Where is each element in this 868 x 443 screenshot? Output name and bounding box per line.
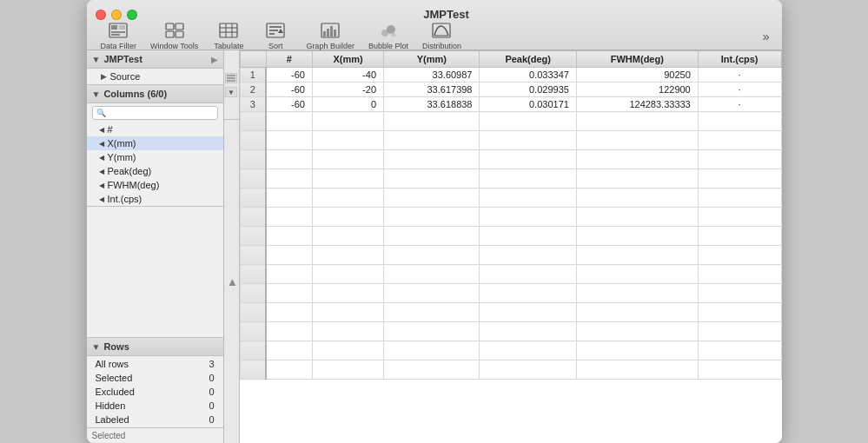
cell-3-y: 33.618838 [384,97,480,112]
rows-excluded: Excluded 0 [89,386,222,398]
cell-1-fwhm: 90250 [576,68,698,83]
col-header-y[interactable]: Y(mm) [384,51,480,68]
main-layout: ▼ JMPTest ▶ ▶ Source ▼ Columns (6/0) 🔍 [87,50,782,443]
column-item-hash[interactable]: ◀ # [87,122,223,136]
row-num-2: 2 [240,83,266,97]
col-triangle-icon: ◀ [99,140,104,148]
col-header-peak[interactable]: Peak(deg) [480,51,576,68]
cell-2-peak: 0.029935 [480,83,576,97]
table-row-empty [240,360,781,380]
table-row-empty [240,112,781,131]
table-row-empty [240,169,781,188]
columns-section-header[interactable]: ▼ Columns (6/0) [87,85,223,103]
close-button[interactable] [96,10,106,20]
cell-2-fwhm: 122900 [576,83,698,97]
table-row-empty [240,246,781,265]
rows-all-rows: All rows 3 [89,358,222,370]
sort-label: Sort [268,42,283,50]
toolbar-graph-builder[interactable]: Graph Builder [301,21,360,52]
col-name-peak: Peak(deg) [108,166,152,176]
toolbar-bubble-plot[interactable]: Bubble Plot [363,21,414,52]
col-header-fwhm[interactable]: FWHM(deg) [576,51,698,68]
cell-1-int: · [698,68,781,83]
table-row-empty [240,227,781,246]
corner-cell [240,51,266,68]
row-num-1: 1 [240,68,266,83]
table-row-empty [240,284,781,303]
column-item-fwhm[interactable]: ◀ FWHM(deg) [87,178,223,192]
col-header-hash[interactable]: # [266,51,312,68]
table-row-empty [240,265,781,284]
filter-cols-icon: ▼ [225,87,237,97]
window-title: JMPTest [146,8,747,21]
jmptest-chevron-icon: ▶ [211,55,218,64]
cell-2-y: 33.617398 [384,83,480,97]
col-header-x[interactable]: X(mm) [312,51,383,68]
rows-labeled-value: 0 [186,413,221,426]
col-header-int[interactable]: Int.(cps) [698,51,781,68]
tabulate-label: Tabulate [214,42,243,50]
distribution-icon [432,23,451,41]
table-row: 1 -60 -40 33.60987 0.033347 90250 · [240,68,781,83]
table-row-empty [240,150,781,169]
rows-excluded-label: Excluded [89,386,185,398]
column-item-int[interactable]: ◀ Int.(cps) [87,192,223,206]
toolbar-window-tools[interactable]: Window Tools [145,21,203,52]
cell-2-hash: -60 [266,83,312,97]
jmptest-section-header[interactable]: ▼ JMPTest ▶ [87,50,223,69]
rows-hidden: Hidden 0 [89,400,222,412]
toolbar-data-filter[interactable]: Data Filter [96,21,142,52]
table-row-empty [240,188,781,208]
nav-bottom[interactable]: ▶ [224,120,240,443]
sidebar: ▼ JMPTest ▶ ▶ Source ▼ Columns (6/0) 🔍 [87,50,224,443]
cell-3-peak: 0.030171 [480,97,576,112]
bubble-plot-icon [379,23,398,41]
rows-table: All rows 3 Selected 0 Excluded 0 Hidden … [87,356,223,427]
rows-all-rows-label: All rows [89,358,185,370]
column-item-peak[interactable]: ◀ Peak(deg) [87,164,223,178]
rows-all-rows-value: 3 [186,358,221,370]
rows-selected: Selected 0 [89,372,222,384]
window-controls [96,10,137,20]
toolbar-sort[interactable]: Sort [254,21,297,52]
columns-section-label: Columns (6/0) [103,89,217,99]
rows-hidden-value: 0 [186,400,221,412]
source-label: Source [110,71,141,82]
svg-marker-18 [278,29,283,33]
table-row: 2 -60 -20 33.617398 0.029935 122900 · [240,83,781,97]
search-icon: 🔍 [96,109,106,117]
columns-search[interactable]: 🔍 [92,106,218,120]
rows-section-header[interactable]: ▼ Rows [87,337,223,356]
left-nav: ▼ ▶ [224,50,240,443]
col-triangle-icon: ◀ [99,126,104,134]
svg-rect-5 [166,23,174,30]
column-item-y[interactable]: ◀ Y(mm) [87,150,223,164]
minimize-button[interactable] [111,10,122,20]
col-name-hash: # [108,124,113,135]
svg-point-25 [387,25,395,34]
cell-3-fwhm: 124283.33333 [576,97,698,112]
rows-selected-value: 0 [186,372,221,384]
more-tools-button[interactable]: » [759,28,773,45]
cell-3-x: 0 [312,97,383,112]
maximize-button[interactable] [127,10,137,20]
svg-rect-9 [220,23,237,37]
nav-top[interactable]: ▼ [224,50,240,120]
cell-3-int: · [698,97,781,112]
toolbar-distribution[interactable]: Distribution [417,21,467,52]
col-name-fwhm: FWHM(deg) [108,180,160,190]
col-name-int: Int.(cps) [108,194,142,204]
graph-builder-icon [321,23,340,41]
data-table-container[interactable]: # X(mm) Y(mm) Peak(deg) FWHM(deg) Int.(c… [240,50,782,443]
window-tools-icon [165,23,184,41]
window-tools-label: Window Tools [150,42,198,50]
toolbar-tabulate[interactable]: Tabulate [207,21,250,52]
sidebar-item-source[interactable]: ▶ Source [87,69,223,84]
columns-section: ▼ Columns (6/0) 🔍 ◀ # ◀ X(mm) ◀ Y(mm) [87,85,223,207]
column-item-x[interactable]: ◀ X(mm) [87,136,223,150]
svg-rect-23 [334,30,336,36]
title-bar: JMPTest Data Filter [87,0,782,50]
svg-rect-8 [176,31,183,37]
table-row-empty [240,341,781,360]
row-num-3: 3 [240,97,266,112]
